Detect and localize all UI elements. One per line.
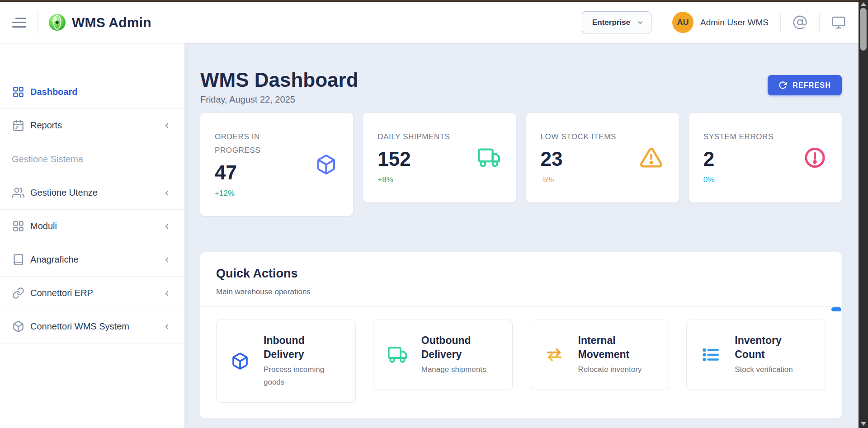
chevron-left-icon [163, 222, 171, 230]
user-menu[interactable]: AU Admin User WMS [672, 12, 769, 33]
sidebar-item-dashboard[interactable]: Dashboard [0, 75, 184, 109]
chevron-left-icon [163, 189, 171, 197]
stat-label: LOW STOCK ITEMS [541, 130, 629, 144]
book-icon [12, 254, 24, 266]
sidebar-item-label: Reports [30, 120, 62, 131]
sidebar-item-reports[interactable]: Reports [0, 109, 184, 142]
sidebar-item-anagrafiche[interactable]: Anagrafiche [0, 243, 184, 277]
menu-icon[interactable] [12, 18, 26, 28]
truck-icon [388, 345, 407, 364]
chevron-down-icon [637, 19, 644, 26]
sidebar-item-connettori-wms-system[interactable]: Connettori WMS System [0, 310, 184, 343]
sidebar-item-moduli[interactable]: Moduli [0, 210, 184, 243]
at-sign-icon[interactable] [793, 15, 807, 30]
grid-icon [12, 86, 24, 98]
avatar: AU [672, 12, 693, 33]
sidebar-item-label: Gestione Utenze [30, 188, 98, 198]
action-subtitle: Relocate inventory [578, 363, 655, 376]
stat-label: DAILY SHIPMENTS [377, 130, 466, 144]
main-content: WMS Dashboard Friday, August 22, 2025 RE… [184, 43, 859, 428]
monitor-icon[interactable] [831, 15, 846, 30]
alert-circle-icon [804, 147, 826, 169]
stat-label: ORDERS IN PROGRESS [215, 130, 303, 157]
sidebar-item-gestione-utenze[interactable]: Gestione Utenze [0, 176, 184, 210]
header-divider [780, 13, 781, 33]
vertical-scrollbar[interactable] [859, 0, 868, 428]
calendar-icon [12, 119, 24, 132]
action-subtitle: Stock verification [735, 363, 811, 376]
app-header: WMS Admin Enterprise AU Admin User WMS [0, 2, 859, 43]
action-card-outbound-delivery[interactable]: Outbound Delivery Manage shipments [373, 320, 513, 390]
stat-label: SYSTEM ERRORS [703, 130, 792, 144]
stat-delta: +8% [377, 175, 501, 184]
sidebar: Dashboard Reports Gestione Sistema Gesti… [0, 43, 184, 428]
action-subtitle: Manage shipments [421, 363, 498, 376]
sidebar-item-connettori-erp[interactable]: Connettori ERP [0, 277, 184, 310]
avatar-initials: AU [677, 18, 689, 27]
horizontal-scroll-indicator[interactable] [831, 307, 841, 311]
truck-icon [478, 147, 500, 169]
package-icon [12, 320, 24, 333]
header-divider [819, 13, 820, 33]
sidebar-item-label: Moduli [30, 221, 57, 231]
sidebar-item-label: Dashboard [30, 87, 77, 97]
action-title: Inventory Count [735, 334, 811, 362]
page-title: WMS Dashboard [200, 69, 359, 91]
stat-delta: 0% [703, 175, 827, 184]
refresh-button-label: REFRESH [793, 81, 831, 89]
header-divider [37, 11, 38, 34]
stat-card-daily-shipments: DAILY SHIPMENTS 152 +8% [363, 113, 516, 202]
chevron-left-icon [163, 323, 171, 331]
tenant-select[interactable]: Enterprise [582, 11, 651, 33]
sidebar-item-label: Anagrafiche [30, 254, 79, 265]
quick-actions-row: Inbound Delivery Process incoming goods … [216, 320, 826, 403]
grid-icon [12, 220, 24, 232]
quick-actions-title: Quick Actions [216, 266, 826, 281]
quick-actions-subtitle: Main warehouse operations [216, 287, 826, 297]
stat-card-system-errors: SYSTEM ERRORS 2 0% [689, 113, 842, 202]
action-card-inventory-count[interactable]: Inventory Count Stock verification [686, 320, 826, 390]
stat-delta: +12% [215, 189, 339, 198]
scrollbar-down-arrow-icon[interactable] [859, 421, 868, 427]
list-icon [701, 345, 720, 364]
action-title: Inbound Delivery [264, 334, 340, 362]
brand: WMS Admin [48, 14, 151, 31]
action-title: Outbound Delivery [421, 334, 498, 362]
sidebar-section-label: Gestione Sistema [0, 142, 184, 176]
package-icon [231, 352, 249, 370]
app-title: WMS Admin [72, 15, 151, 30]
action-card-inbound-delivery[interactable]: Inbound Delivery Process incoming goods [216, 320, 356, 403]
scrollbar-thumb[interactable] [860, 8, 867, 51]
chevron-left-icon [163, 289, 171, 297]
tenant-select-value: Enterprise [592, 18, 630, 27]
stats-row: ORDERS IN PROGRESS 47 +12% DAILY SHIPMEN… [200, 113, 842, 216]
app-logo-icon [48, 14, 66, 31]
sidebar-item-label: Connettori WMS System [30, 321, 129, 332]
action-subtitle: Process incoming goods [264, 363, 340, 389]
link-icon [12, 287, 24, 299]
refresh-button[interactable]: REFRESH [768, 75, 842, 95]
package-icon [316, 154, 337, 175]
action-card-internal-movement[interactable]: Internal Movement Relocate inventory [530, 320, 670, 390]
user-name: Admin User WMS [700, 18, 769, 28]
sidebar-item-label: Connettori ERP [30, 288, 93, 298]
users-icon [12, 187, 24, 199]
stat-card-orders-in-progress: ORDERS IN PROGRESS 47 +12% [200, 113, 353, 216]
scrollbar-up-arrow-icon[interactable] [859, 1, 868, 7]
page-date: Friday, August 22, 2025 [200, 94, 359, 105]
action-title: Internal Movement [578, 334, 655, 362]
refresh-icon [778, 81, 787, 89]
panel-divider [200, 306, 842, 307]
stat-card-low-stock-items: LOW STOCK ITEMS 23 -5% [526, 113, 679, 202]
window-top-edge [0, 0, 868, 2]
stat-delta: -5% [541, 175, 665, 184]
quick-actions-panel: Quick Actions Main warehouse operations … [200, 252, 842, 419]
chevron-left-icon [163, 122, 171, 130]
chevron-left-icon [163, 256, 171, 264]
swap-arrows-icon [545, 345, 564, 364]
warning-triangle-icon [640, 146, 663, 169]
